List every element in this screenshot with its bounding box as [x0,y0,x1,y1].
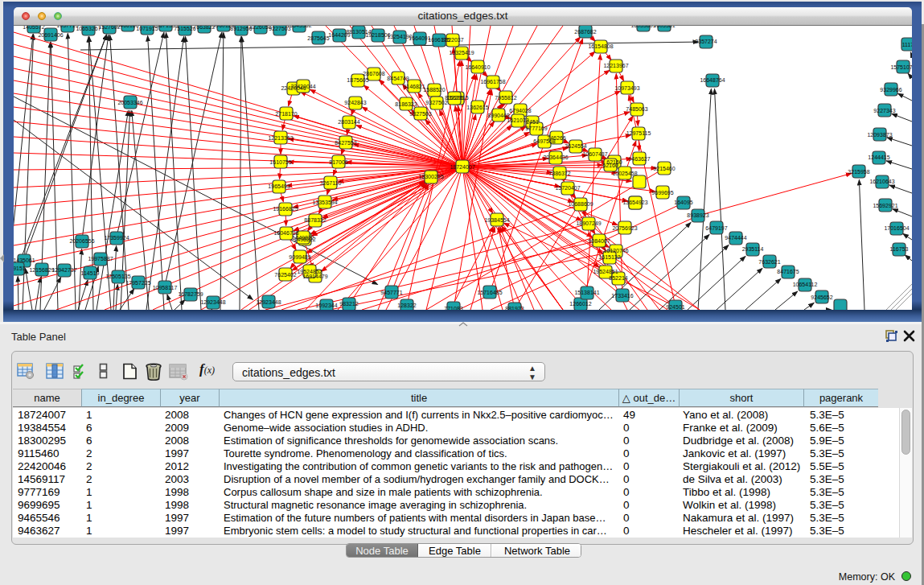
svg-text:15716485: 15716485 [477,290,502,295]
svg-text:9099489: 9099489 [289,254,310,260]
svg-text:13353594: 13353594 [312,200,337,205]
svg-text:2875645: 2875645 [307,35,329,41]
svg-text:164095: 164095 [674,200,692,205]
svg-text:9215460: 9215460 [653,166,675,171]
svg-text:16640910: 16640910 [465,64,490,70]
svg-text:771083: 771083 [444,306,462,310]
svg-text:13325419: 13325419 [449,50,474,56]
svg-text:7386372: 7386372 [548,171,570,176]
svg-text:19166825: 19166825 [273,206,298,212]
svg-text:9457771: 9457771 [380,290,402,295]
svg-text:1405572: 1405572 [23,26,44,30]
svg-text:10688609: 10688609 [568,201,593,207]
svg-text:817006: 817006 [329,159,347,165]
svg-text:924501: 924501 [666,304,684,310]
svg-text:16961758: 16961758 [480,79,505,84]
svg-text:1696175: 1696175 [428,37,450,43]
svg-text:8186323: 8186323 [395,101,417,107]
svg-text:7625402: 7625402 [274,272,296,278]
svg-text:15138141: 15138141 [574,290,599,295]
svg-text:19524852: 19524852 [297,269,322,274]
svg-text:116753: 116753 [890,246,909,252]
svg-text:16543362: 16543362 [286,26,311,28]
svg-text:2867608: 2867608 [363,71,384,76]
svg-text:12213363: 12213363 [268,135,293,141]
svg-text:2935114: 2935114 [742,246,764,252]
svg-text:16033809: 16033809 [630,26,655,28]
svg-text:1362615: 1362615 [466,105,488,110]
svg-text:8878332: 8878332 [304,217,326,223]
svg-text:9146821: 9146821 [403,84,425,89]
svg-text:7485063: 7485063 [626,106,647,112]
svg-text:1092344: 1092344 [315,303,337,308]
svg-text:15720407: 15720407 [555,185,580,191]
svg-text:128322: 128322 [397,303,416,308]
svg-text:15751074: 15751074 [890,64,912,70]
svg-text:20206556: 20206556 [69,238,94,244]
svg-text:9699695: 9699695 [651,190,673,196]
svg-text:16210643: 16210643 [869,179,894,184]
svg-text:9245652: 9245652 [811,295,832,300]
svg-text:1965493: 1965493 [268,183,290,189]
svg-text:2718170: 2718170 [275,111,297,117]
svg-text:12156829: 12156829 [29,267,54,273]
svg-text:10654112: 10654112 [793,282,818,287]
svg-text:6794028: 6794028 [509,108,531,113]
svg-text:10607487: 10607487 [582,151,607,157]
svg-text:10025458: 10025458 [612,171,637,176]
svg-text:9227343: 9227343 [873,108,895,113]
svg-text:15692921: 15692921 [873,203,897,208]
svg-text:1603381: 1603381 [653,26,675,28]
svg-text:114519: 114519 [81,270,100,276]
svg-text:19524851: 19524851 [593,269,618,274]
svg-text:1875605: 1875605 [347,77,368,83]
svg-text:1117: 1117 [902,42,912,47]
svg-text:10973493: 10973493 [614,85,639,91]
svg-text:18907249: 18907249 [576,220,601,226]
svg-text:9463627: 9463627 [628,156,650,162]
svg-text:1615132: 1615132 [598,254,620,260]
svg-text:8427552: 8427552 [335,140,356,146]
svg-text:16782759: 16782759 [178,291,203,297]
svg-text:1244415: 1244415 [868,154,889,160]
svg-text:8454749: 8454749 [387,76,409,81]
svg-text:3624554: 3624554 [565,143,586,149]
svg-text:1266012: 1266012 [569,301,591,307]
svg-text:2687682: 2687682 [574,29,596,35]
svg-text:17359924: 17359924 [104,235,129,241]
svg-text:1733416: 1733416 [611,293,633,299]
svg-text:6479197: 6479197 [705,225,727,231]
svg-text:12923448: 12923448 [200,299,225,305]
svg-text:62160: 62160 [602,163,618,168]
svg-text:13654923: 13654923 [622,200,647,205]
svg-text:9329966: 9329966 [880,87,901,93]
svg-text:16914479: 16914479 [302,274,327,279]
svg-text:20053346: 20053346 [117,100,142,105]
svg-text:20364436: 20364436 [543,154,568,160]
svg-text:1435061: 1435061 [14,257,35,263]
svg-text:19384554: 19384554 [484,217,509,223]
svg-text:12942737: 12942737 [51,267,76,273]
svg-text:2451: 2451 [526,119,539,125]
svg-text:17957225: 17957225 [125,280,150,286]
svg-text:1562615: 1562615 [446,95,468,101]
svg-text:9084007: 9084007 [588,238,610,244]
svg-text:881923: 881923 [505,306,524,310]
svg-text:12975115: 12975115 [626,130,651,136]
svg-text:16120746: 16120746 [603,248,628,253]
svg-text:8938923: 8938923 [687,212,708,218]
svg-text:39151: 39151 [14,266,26,271]
svg-text:852214: 852214 [609,275,627,281]
svg-text:20756923: 20756923 [612,225,637,231]
svg-text:9327503: 9327503 [409,111,431,117]
svg-text:746266: 746266 [547,135,565,141]
svg-text:10653267: 10653267 [76,26,101,31]
svg-text:1610755: 1610755 [269,159,291,165]
svg-text:9327502: 9327502 [425,100,447,105]
svg-text:18724007: 18724007 [450,164,474,170]
svg-text:12093873: 12093873 [867,132,892,138]
svg-text:19975887: 19975887 [88,256,113,262]
svg-text:9242843: 9242843 [344,100,366,105]
svg-text:16154808: 16154808 [588,43,613,49]
svg-text:7632621: 7632621 [758,259,780,265]
